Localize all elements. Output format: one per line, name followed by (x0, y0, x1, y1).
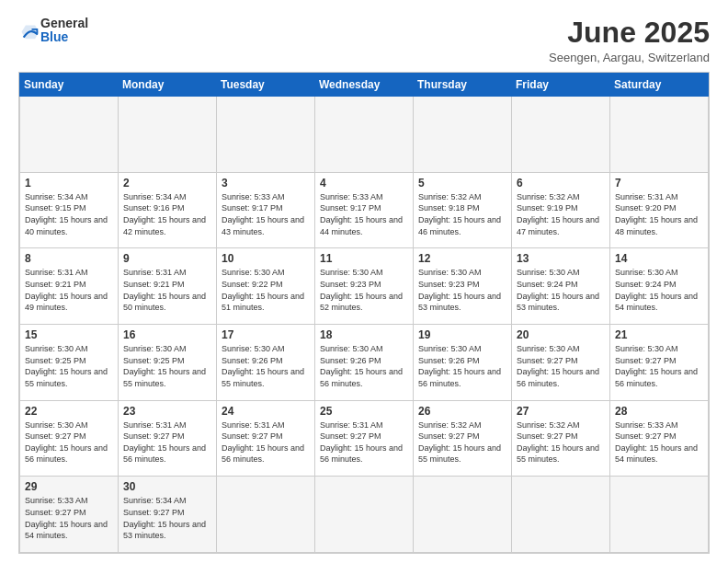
calendar-cell: 9Sunrise: 5:31 AMSunset: 9:21 PMDaylight… (119, 248, 217, 325)
calendar-cell (119, 97, 217, 173)
calendar-cell (20, 97, 119, 173)
day-number: 30 (123, 480, 211, 493)
day-number: 29 (25, 480, 113, 493)
cell-info: Sunrise: 5:31 AMSunset: 9:27 PMDaylight:… (320, 419, 408, 465)
col-monday: Monday (119, 74, 217, 97)
cell-info: Sunrise: 5:30 AMSunset: 9:25 PMDaylight:… (25, 343, 113, 389)
cell-info: Sunrise: 5:31 AMSunset: 9:27 PMDaylight:… (222, 419, 310, 465)
day-number: 21 (615, 328, 703, 341)
calendar-cell (512, 477, 610, 553)
col-sunday: Sunday (20, 74, 119, 97)
cell-info: Sunrise: 5:32 AMSunset: 9:18 PMDaylight:… (418, 191, 506, 237)
cell-info: Sunrise: 5:30 AMSunset: 9:24 PMDaylight:… (517, 267, 605, 313)
cell-info: Sunrise: 5:30 AMSunset: 9:23 PMDaylight:… (418, 267, 506, 313)
cell-info: Sunrise: 5:33 AMSunset: 9:17 PMDaylight:… (222, 191, 310, 237)
calendar-cell: 27Sunrise: 5:32 AMSunset: 9:27 PMDayligh… (512, 400, 610, 477)
logo: General Blue (18, 17, 88, 45)
cell-info: Sunrise: 5:30 AMSunset: 9:27 PMDaylight:… (615, 343, 703, 389)
calendar-cell (512, 97, 610, 173)
calendar-cell: 22Sunrise: 5:30 AMSunset: 9:27 PMDayligh… (20, 400, 119, 477)
cell-info: Sunrise: 5:33 AMSunset: 9:27 PMDaylight:… (25, 495, 113, 541)
calendar-week-3: 15Sunrise: 5:30 AMSunset: 9:25 PMDayligh… (20, 325, 709, 401)
calendar-cell: 17Sunrise: 5:30 AMSunset: 9:26 PMDayligh… (217, 325, 315, 401)
calendar-cell: 20Sunrise: 5:30 AMSunset: 9:27 PMDayligh… (512, 325, 610, 401)
day-number: 27 (517, 405, 605, 418)
cell-info: Sunrise: 5:34 AMSunset: 9:27 PMDaylight:… (123, 495, 211, 541)
calendar-cell: 28Sunrise: 5:33 AMSunset: 9:27 PMDayligh… (610, 400, 709, 477)
calendar-week-1: 1Sunrise: 5:34 AMSunset: 9:15 PMDaylight… (20, 172, 709, 248)
day-number: 11 (320, 252, 408, 265)
col-saturday: Saturday (610, 74, 709, 97)
day-number: 16 (123, 328, 211, 341)
logo-general-text: General (40, 17, 88, 30)
day-number: 19 (418, 328, 506, 341)
calendar-cell: 11Sunrise: 5:30 AMSunset: 9:23 PMDayligh… (315, 248, 414, 325)
calendar-cell: 18Sunrise: 5:30 AMSunset: 9:26 PMDayligh… (315, 325, 414, 401)
day-number: 18 (320, 328, 408, 341)
day-number: 22 (25, 405, 113, 418)
page: General Blue June 2025 Seengen, Aargau, … (0, 0, 728, 563)
cell-info: Sunrise: 5:30 AMSunset: 9:23 PMDaylight:… (320, 267, 408, 313)
cell-info: Sunrise: 5:32 AMSunset: 9:27 PMDaylight:… (517, 419, 605, 465)
cell-info: Sunrise: 5:31 AMSunset: 9:21 PMDaylight:… (123, 267, 211, 313)
day-number: 10 (222, 252, 310, 265)
calendar-cell (315, 477, 414, 553)
day-number: 24 (222, 405, 310, 418)
cell-info: Sunrise: 5:30 AMSunset: 9:25 PMDaylight:… (123, 343, 211, 389)
calendar-cell: 15Sunrise: 5:30 AMSunset: 9:25 PMDayligh… (20, 325, 119, 401)
day-number: 9 (123, 252, 211, 265)
cell-info: Sunrise: 5:31 AMSunset: 9:21 PMDaylight:… (25, 267, 113, 313)
calendar-cell: 26Sunrise: 5:32 AMSunset: 9:27 PMDayligh… (414, 400, 512, 477)
cell-info: Sunrise: 5:30 AMSunset: 9:26 PMDaylight:… (320, 343, 408, 389)
cell-info: Sunrise: 5:31 AMSunset: 9:20 PMDaylight:… (615, 191, 703, 237)
calendar-week-5: 29Sunrise: 5:33 AMSunset: 9:27 PMDayligh… (20, 477, 709, 553)
day-number: 28 (615, 405, 703, 418)
month-title: June 2025 (549, 17, 710, 49)
day-number: 12 (418, 252, 506, 265)
col-friday: Friday (512, 74, 610, 97)
day-number: 1 (25, 177, 113, 190)
header: General Blue June 2025 Seengen, Aargau, … (18, 17, 710, 64)
calendar-cell (610, 97, 709, 173)
calendar-body: 1Sunrise: 5:34 AMSunset: 9:15 PMDaylight… (20, 97, 709, 553)
calendar-cell: 16Sunrise: 5:30 AMSunset: 9:25 PMDayligh… (119, 325, 217, 401)
day-number: 14 (615, 252, 703, 265)
cell-info: Sunrise: 5:34 AMSunset: 9:15 PMDaylight:… (25, 191, 113, 237)
cell-info: Sunrise: 5:33 AMSunset: 9:17 PMDaylight:… (320, 191, 408, 237)
location: Seengen, Aargau, Switzerland (549, 51, 710, 64)
day-number: 7 (615, 177, 703, 190)
col-thursday: Thursday (414, 74, 512, 97)
calendar-week-2: 8Sunrise: 5:31 AMSunset: 9:21 PMDaylight… (20, 248, 709, 325)
day-number: 6 (517, 177, 605, 190)
calendar-cell (217, 477, 315, 553)
day-number: 15 (25, 328, 113, 341)
calendar-cell: 13Sunrise: 5:30 AMSunset: 9:24 PMDayligh… (512, 248, 610, 325)
day-number: 17 (222, 328, 310, 341)
calendar-week-0 (20, 97, 709, 173)
cell-info: Sunrise: 5:31 AMSunset: 9:27 PMDaylight:… (123, 419, 211, 465)
calendar-cell: 12Sunrise: 5:30 AMSunset: 9:23 PMDayligh… (414, 248, 512, 325)
calendar-cell: 5Sunrise: 5:32 AMSunset: 9:18 PMDaylight… (414, 172, 512, 248)
cell-info: Sunrise: 5:30 AMSunset: 9:26 PMDaylight:… (418, 343, 506, 389)
day-number: 5 (418, 177, 506, 190)
day-number: 20 (517, 328, 605, 341)
cell-info: Sunrise: 5:33 AMSunset: 9:27 PMDaylight:… (615, 419, 703, 465)
calendar-cell: 21Sunrise: 5:30 AMSunset: 9:27 PMDayligh… (610, 325, 709, 401)
calendar-cell (414, 97, 512, 173)
calendar-table: Sunday Monday Tuesday Wednesday Thursday… (19, 73, 709, 553)
cell-info: Sunrise: 5:30 AMSunset: 9:27 PMDaylight:… (25, 419, 113, 465)
calendar-cell: 4Sunrise: 5:33 AMSunset: 9:17 PMDaylight… (315, 172, 414, 248)
calendar-cell (414, 477, 512, 553)
day-number: 23 (123, 405, 211, 418)
cell-info: Sunrise: 5:30 AMSunset: 9:26 PMDaylight:… (222, 343, 310, 389)
logo-text: General Blue (40, 17, 88, 45)
calendar: Sunday Monday Tuesday Wednesday Thursday… (18, 72, 710, 554)
calendar-cell: 3Sunrise: 5:33 AMSunset: 9:17 PMDaylight… (217, 172, 315, 248)
calendar-cell: 10Sunrise: 5:30 AMSunset: 9:22 PMDayligh… (217, 248, 315, 325)
day-number: 26 (418, 405, 506, 418)
calendar-cell (217, 97, 315, 173)
col-tuesday: Tuesday (217, 74, 315, 97)
calendar-cell: 23Sunrise: 5:31 AMSunset: 9:27 PMDayligh… (119, 400, 217, 477)
day-number: 25 (320, 405, 408, 418)
calendar-week-4: 22Sunrise: 5:30 AMSunset: 9:27 PMDayligh… (20, 400, 709, 477)
